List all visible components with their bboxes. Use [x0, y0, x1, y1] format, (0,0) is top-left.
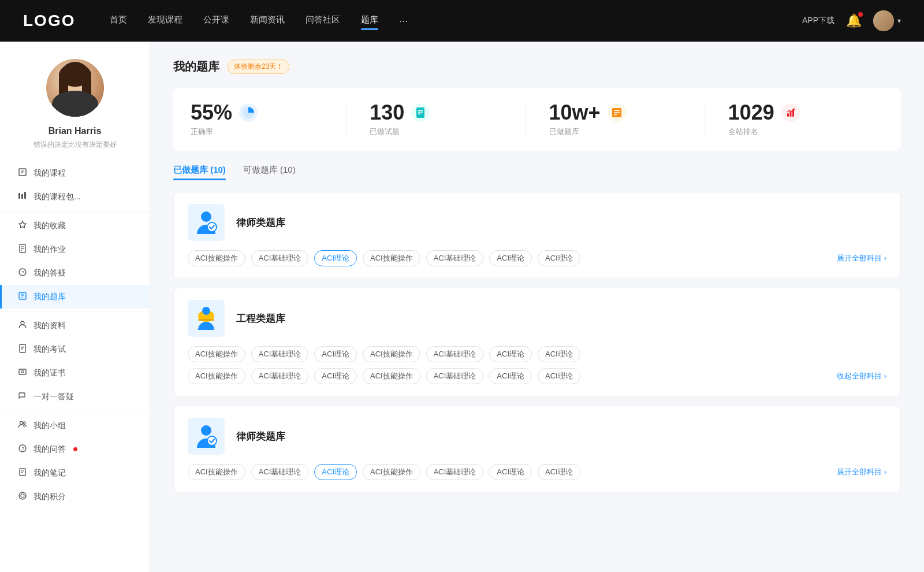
my-question-icon: ? [17, 444, 28, 455]
svg-point-57 [202, 307, 210, 315]
sidebar-item-homework[interactable]: 我的作业 [0, 237, 150, 261]
sidebar-item-qbank-label: 我的题库 [33, 292, 66, 302]
nav-menu: 首页 发现课程 公开课 新闻资讯 问答社区 题库 ··· [110, 14, 802, 28]
qbank-title-3: 律师类题库 [236, 430, 285, 443]
svg-rect-39 [416, 107, 424, 118]
nav-discover[interactable]: 发现课程 [148, 14, 182, 28]
sidebar-item-profile[interactable]: 我的资料 [0, 314, 150, 337]
svg-rect-48 [787, 113, 789, 117]
sidebar-item-1on1-qa[interactable]: 一对一答疑 [0, 385, 150, 408]
svg-rect-4 [82, 76, 91, 102]
favorites-icon [17, 220, 28, 231]
qbank-tags-row-3: ACI技能操作 ACI基础理论 ACI理论 ACI技能操作 ACI基础理论 AC… [188, 464, 886, 480]
user-avatar-sidebar [46, 59, 104, 117]
svg-rect-3 [59, 76, 68, 102]
tag-2-11[interactable]: ACI技能操作 [363, 368, 420, 384]
tag-2-7[interactable]: ACI理论 [538, 346, 580, 362]
sidebar-item-my-question[interactable]: ? 我的问答 [0, 437, 150, 461]
sidebar-item-course-package[interactable]: 我的课程包... [0, 185, 150, 209]
sidebar-item-qbank[interactable]: 我的题库 [0, 285, 150, 309]
tag-2-3[interactable]: ACI理论 [314, 346, 357, 362]
qbank-card-lawyer-1: 律师类题库 ACI技能操作 ACI基础理论 ACI理论 ACI技能操作 ACI基… [173, 192, 901, 278]
tag-3-6[interactable]: ACI理论 [489, 464, 532, 480]
svg-rect-7 [19, 169, 26, 176]
nav-open-course[interactable]: 公开课 [203, 14, 229, 28]
qbank-card-header-3: 律师类题库 [188, 418, 886, 455]
sidebar-item-homework-label: 我的作业 [33, 244, 66, 255]
divider-1 [0, 211, 150, 211]
sidebar-item-my-courses[interactable]: 我的课程 [0, 161, 150, 185]
sidebar-item-notes[interactable]: 我的笔记 [0, 461, 150, 485]
tag-3-2[interactable]: ACI基础理论 [251, 464, 309, 480]
svg-rect-10 [18, 193, 20, 199]
app-download-button[interactable]: APP下载 [802, 16, 834, 26]
logo[interactable]: LOGO [23, 12, 75, 30]
tag-2-8[interactable]: ACI技能操作 [188, 368, 245, 384]
user-motto: 错误的决定比没有决定要好 [22, 140, 128, 150]
doc-icon [411, 103, 430, 122]
tab-done-qbank[interactable]: 已做题库 (10) [173, 165, 226, 180]
accuracy-pie-icon [239, 103, 258, 122]
tag-3-1[interactable]: ACI技能操作 [188, 464, 245, 480]
notification-bell[interactable]: 🔔 [846, 13, 862, 28]
expand-button-3[interactable]: 展开全部科目 › [837, 467, 886, 477]
sidebar-item-my-qa[interactable]: ? 我的答疑 [0, 261, 150, 285]
tag-3-5[interactable]: ACI基础理论 [426, 464, 484, 480]
top-navigation: LOGO 首页 发现课程 公开课 新闻资讯 问答社区 题库 ··· APP下载 … [0, 0, 924, 42]
sidebar-item-points[interactable]: 我的积分 [0, 485, 150, 508]
stat-ranking-label: 全站排名 [728, 127, 758, 137]
tag-2-1[interactable]: ACI技能操作 [188, 346, 245, 362]
tag-2-9[interactable]: ACI基础理论 [251, 368, 309, 384]
tag-1-4[interactable]: ACI技能操作 [363, 250, 420, 266]
nav-qbank[interactable]: 题库 [361, 14, 378, 28]
certificate-icon [17, 367, 28, 378]
svg-point-37 [21, 494, 24, 497]
sidebar-item-group[interactable]: 我的小组 [0, 414, 150, 437]
course-package-icon [17, 191, 28, 202]
tag-2-6[interactable]: ACI理论 [489, 346, 532, 362]
stat-done-qbank-label: 已做题库 [549, 127, 579, 137]
tag-1-3[interactable]: ACI理论 [314, 250, 357, 266]
tag-1-1[interactable]: ACI技能操作 [188, 250, 245, 266]
tag-1-6[interactable]: ACI理论 [489, 250, 532, 266]
avatar-img [873, 10, 894, 31]
tag-2-13[interactable]: ACI理论 [489, 368, 532, 384]
tag-1-7[interactable]: ACI理论 [538, 250, 580, 266]
svg-point-51 [793, 109, 795, 110]
sidebar-item-exam[interactable]: 我的考试 [0, 337, 150, 361]
tag-1-2[interactable]: ACI基础理论 [251, 250, 309, 266]
lawyer-icon-1 [188, 204, 225, 241]
nav-more[interactable]: ··· [399, 15, 408, 27]
nav-news[interactable]: 新闻资讯 [250, 14, 285, 28]
tag-2-14[interactable]: ACI理论 [538, 368, 580, 384]
nav-right: APP下载 🔔 ▾ [802, 10, 901, 31]
sidebar-item-certificate[interactable]: 我的证书 [0, 361, 150, 385]
tag-3-4[interactable]: ACI技能操作 [363, 464, 420, 480]
tag-2-5[interactable]: ACI基础理论 [426, 346, 484, 362]
user-avatar-nav[interactable]: ▾ [873, 10, 901, 31]
qbank-card-header-2: 工程类题库 [188, 300, 886, 337]
sidebar-item-my-courses-label: 我的课程 [33, 168, 66, 179]
tag-3-7[interactable]: ACI理论 [538, 464, 580, 480]
stat-accuracy-value: 55% [191, 102, 232, 123]
svg-point-58 [201, 425, 211, 436]
tab-available-qbank[interactable]: 可做题库 (10) [243, 165, 296, 180]
nav-home[interactable]: 首页 [110, 14, 127, 28]
nav-qa[interactable]: 问答社区 [305, 14, 340, 28]
sidebar-item-favorites-label: 我的收藏 [33, 221, 66, 231]
tag-2-4[interactable]: ACI技能操作 [363, 346, 420, 362]
tag-3-3[interactable]: ACI理论 [314, 464, 357, 480]
expand-button-1[interactable]: 展开全部科目 › [837, 253, 886, 263]
svg-rect-6 [72, 97, 79, 105]
sidebar-item-favorites[interactable]: 我的收藏 [0, 214, 150, 237]
my-courses-icon [17, 168, 28, 179]
tag-1-5[interactable]: ACI基础理论 [426, 250, 484, 266]
tag-2-2[interactable]: ACI基础理论 [251, 346, 309, 362]
svg-rect-24 [20, 344, 25, 352]
profile-icon [17, 320, 28, 331]
tag-2-12[interactable]: ACI基础理论 [426, 368, 484, 384]
svg-text:?: ? [21, 270, 24, 276]
sidebar-item-my-qa-label: 我的答疑 [33, 268, 66, 278]
collapse-button[interactable]: 收起全部科目 › [837, 371, 886, 381]
tag-2-10[interactable]: ACI理论 [314, 368, 357, 384]
